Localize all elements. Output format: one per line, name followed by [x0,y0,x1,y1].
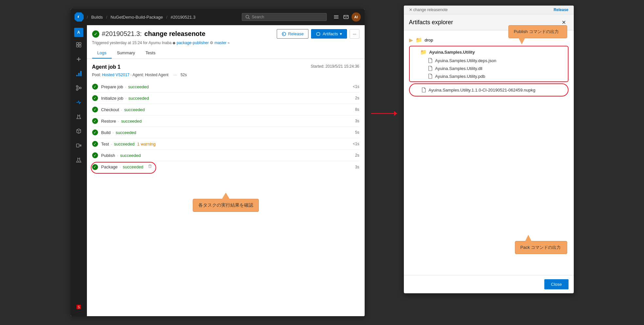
delete-icon[interactable] [147,164,153,170]
sidebar-icon-add[interactable] [72,53,85,66]
publish-annotation: Publish コマンドの出力 [508,25,567,38]
tab-tests[interactable]: Tests [140,48,160,59]
list-icon[interactable] [333,14,339,20]
job-started-time: Started: 2019/5/21 15:24:36 [311,64,359,69]
search-icon [245,15,250,19]
sidebar-icon-more1[interactable] [72,139,85,152]
build-success-icon: ✓ [92,30,99,38]
step-success-icon: ✓ [92,107,98,112]
left-sidebar: A [71,25,87,316]
step-status: succeeded [121,119,142,124]
sidebar-icon-artifacts[interactable] [72,125,85,138]
file-icon [428,66,433,71]
page-header: ✓ #20190521.3: change releasenote Releas… [87,25,365,59]
file-label: Ayuina.Samples.Utility.deps.json [435,58,496,63]
subfolder-item[interactable]: 📁 Ayuina.Samples.Utility [412,48,565,57]
step-status: succeeded [114,142,135,146]
file-item-1[interactable]: Ayuina.Samples.Utility.deps.json [412,57,565,64]
step-name[interactable]: Build [101,130,111,135]
svg-rect-14 [80,71,82,76]
job-total-time: 52s [180,73,187,77]
artifacts-footer: Close [404,275,574,293]
step-status: succeeded [116,130,136,135]
sidebar-icon-bottom[interactable]: S [72,300,85,314]
svg-rect-7 [79,43,81,44]
step-success-icon: ✓ [92,152,98,158]
artifacts-explorer-title: Artifacts explorer [409,19,453,26]
step-name[interactable]: Test [101,142,109,146]
nav-build-id[interactable]: #20190521.3 [171,15,195,20]
svg-point-15 [76,86,78,87]
job-steps: ✓ Prepare job · succeeded <1s ✓ Initiali… [92,81,359,173]
artifacts-dropdown-icon: ▾ [340,31,342,36]
step-name[interactable]: Prepare job [101,84,123,89]
nav-sep-1: / [87,15,88,20]
step-package-row: ✓ Package · succeeded 3s [92,161,359,173]
sidebar-project-label: A [74,28,83,37]
step-name[interactable]: Restore [101,119,116,124]
svg-point-16 [76,89,78,91]
sidebar-icon-repos[interactable] [72,81,85,94]
pool-info: Pool: Hosted VS2017 · Agent: Hosted Agen… [92,73,359,77]
right-panel: ✕ change releasenote Release Artifacts e… [404,6,574,293]
more-actions-button[interactable]: ··· [350,29,359,39]
tab-summary[interactable]: Summary [112,48,140,59]
build-title: ✓ #20190521.3: change releasenote [92,30,206,38]
pack-annotation-text: Pack コマンドの出力 [520,245,561,250]
step-status: succeeded [128,84,149,89]
step-name[interactable]: Checkout [101,107,119,112]
notification-icon[interactable] [343,14,349,20]
svg-rect-13 [78,73,80,76]
step-success-icon: ✓ [92,129,98,135]
ref-link[interactable]: master [214,41,226,45]
release-button[interactable]: Release [277,29,309,39]
nupkg-item[interactable]: Ayuina.Samples.Utility.1.1.0-CI-20190521… [414,85,564,94]
step-row: ✓ Restore · succeeded 3s [92,115,359,127]
step-name[interactable]: Package [101,164,118,169]
step-success-icon: ✓ [92,141,98,147]
sidebar-icon-boards[interactable] [72,67,85,80]
sidebar-icon-beaker[interactable] [72,153,85,166]
step-name[interactable]: Publish [101,153,115,158]
folder-open-icon: 📁 [416,37,422,43]
tab-logs[interactable]: Logs [92,48,112,59]
artifacts-body: ▶ 📁 drop 📁 Ayuina.Samples.Utility Ayuina… [404,30,574,275]
panel-subtitle: ✕ change releasenote [409,8,448,12]
branch-link[interactable]: package-publisher [177,41,209,45]
nav-sep-2: / [106,15,107,20]
nav-sep-3: / [166,15,168,20]
folder-group: 📁 Ayuina.Samples.Utility Ayuina.Samples.… [409,46,569,82]
step-time: 2s [355,96,359,100]
pool-link[interactable]: Hosted VS2017 [102,73,129,77]
step-name[interactable]: Initialize job [101,96,124,101]
nav-builds[interactable]: Builds [91,15,103,20]
step-time: <1s [353,84,359,89]
step-success-icon: ✓ [92,84,98,90]
main-content-area: A [71,25,365,316]
search-box[interactable]: Search [242,13,327,21]
build-name: change releasenote [144,30,206,38]
file-item-2[interactable]: Ayuina.Samples.Utility.dll [412,64,565,72]
file-icon [428,74,433,79]
sidebar-icon-pipelines[interactable] [72,96,85,109]
artifacts-button[interactable]: Artifacts ▾ [311,29,347,39]
close-dialog-button[interactable]: Close [544,279,568,289]
svg-rect-22 [76,144,79,147]
drop-folder-label: drop [425,38,433,43]
sidebar-icon-test[interactable] [72,110,85,123]
release-btn-label: Release [288,31,304,36]
svg-rect-9 [79,45,81,47]
svg-point-0 [246,15,249,18]
left-panel: / Builds / NuGetDemo-Build-Package / #20… [71,9,365,316]
sidebar-icon-overview[interactable] [72,38,85,51]
step-row: ✓ Initialize job · succeeded 2s [92,93,359,104]
azure-devops-logo [74,12,84,22]
step-status: succeeded [123,164,143,169]
svg-point-17 [79,87,81,89]
step-time: <1s [353,142,359,146]
nav-project[interactable]: NuGetDemo-Build-Package [110,15,163,20]
step-time: 8s [355,107,359,112]
file-item-3[interactable]: Ayuina.Samples.Utility.pdb [412,72,565,80]
file-label: Ayuina.Samples.Utility.pdb [435,74,485,79]
step-success-icon: ✓ [92,95,98,101]
